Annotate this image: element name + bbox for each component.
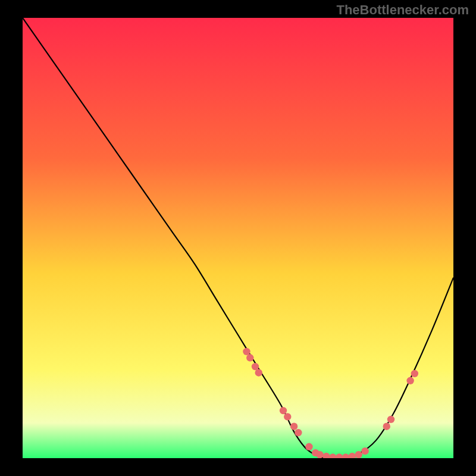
scatter-point — [255, 369, 262, 376]
scatter-point — [280, 407, 287, 414]
chart-frame: TheBottlenecker.com — [0, 0, 476, 476]
bottleneck-chart — [23, 18, 453, 458]
scatter-point — [406, 377, 414, 384]
gradient-background — [23, 18, 453, 458]
scatter-point — [411, 370, 418, 377]
scatter-point — [355, 451, 362, 458]
scatter-point — [387, 416, 394, 423]
scatter-point — [284, 413, 291, 420]
scatter-point — [305, 443, 312, 450]
scatter-point — [290, 423, 298, 430]
scatter-point — [361, 447, 368, 455]
scatter-point — [295, 429, 302, 436]
scatter-point — [316, 451, 323, 458]
scatter-point — [246, 354, 253, 361]
plot-area — [23, 18, 453, 458]
watermark-label: TheBottlenecker.com — [336, 2, 469, 18]
scatter-point — [383, 423, 390, 430]
